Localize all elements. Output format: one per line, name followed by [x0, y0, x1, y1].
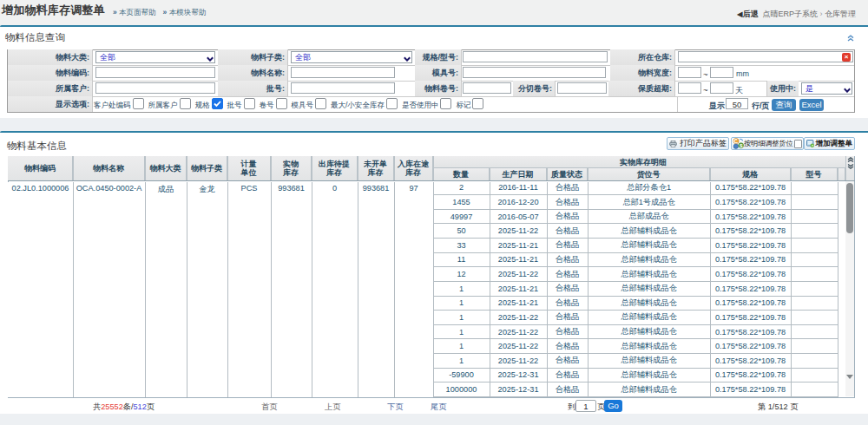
svg-text:s: s [740, 142, 743, 148]
